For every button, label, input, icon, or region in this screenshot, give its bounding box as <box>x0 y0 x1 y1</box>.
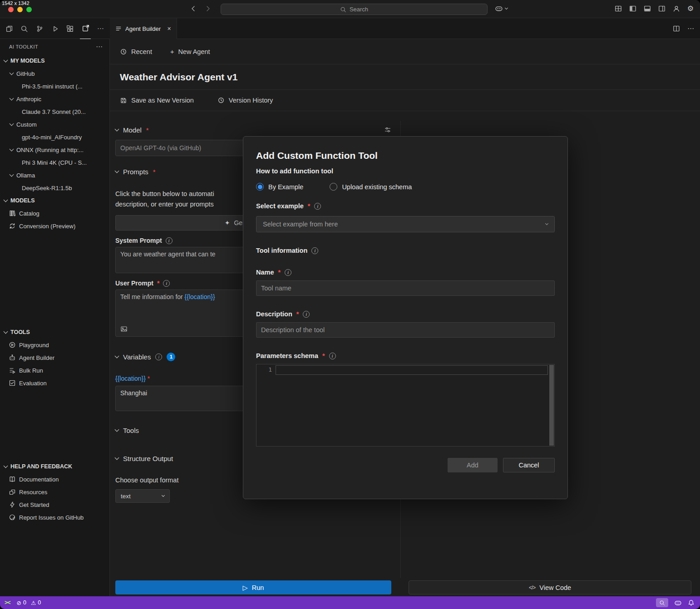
how-to-add-label: How to add function tool <box>256 167 555 175</box>
version-history-button[interactable]: Version History <box>217 97 273 104</box>
copilot-menu-button[interactable] <box>495 5 508 13</box>
attach-image-icon[interactable] <box>120 325 128 333</box>
tree-item-model[interactable]: DeepSeek-R1:1.5b <box>0 182 109 194</box>
sidebar-item-resources[interactable]: Resources <box>0 486 109 498</box>
info-icon[interactable] <box>329 353 336 359</box>
remote-indicator-icon[interactable]: >< <box>5 599 10 606</box>
section-models[interactable]: MODELS <box>0 194 109 207</box>
model-section-header[interactable]: Model * <box>115 123 391 136</box>
info-icon[interactable] <box>166 237 173 244</box>
webview-icon <box>115 25 122 32</box>
github-icon <box>9 514 16 521</box>
sidebar-item-documentation[interactable]: Documentation <box>0 473 109 486</box>
name-label: Name * <box>256 269 555 276</box>
view-code-button[interactable]: </> View Code <box>409 580 691 594</box>
radio-by-example[interactable]: By Example <box>256 183 303 191</box>
minimize-window-button[interactable] <box>17 7 23 12</box>
tree-item-model[interactable]: gpt-4o-mini_AIFoundry <box>0 131 109 143</box>
info-icon[interactable] <box>155 354 162 360</box>
tool-description-input[interactable] <box>256 322 555 338</box>
tree-group-anthropic[interactable]: Anthropic <box>0 93 109 105</box>
cancel-button[interactable]: Cancel <box>503 458 555 472</box>
source-control-icon[interactable] <box>34 19 45 39</box>
forward-arrow-icon[interactable] <box>204 5 212 12</box>
section-help-and-feedback[interactable]: HELP AND FEEDBACK <box>0 460 109 473</box>
tab-agent-builder[interactable]: Agent Builder ✕ <box>110 18 177 39</box>
notifications-bell-icon[interactable] <box>688 599 695 606</box>
tree-group-ollama[interactable]: Ollama <box>0 169 109 182</box>
sidebar-item-conversion[interactable]: Conversion (Preview) <box>0 220 109 232</box>
toggle-secondary-sidebar-icon[interactable] <box>658 5 665 12</box>
copilot-status-icon[interactable] <box>674 599 682 607</box>
sidebar-item-get-started[interactable]: Get Started <box>0 498 109 511</box>
page-title: Weather Advisor Agent v1 <box>120 72 690 83</box>
problems-indicator[interactable]: ⊘0 ⚠0 <box>17 599 41 606</box>
zoom-window-button[interactable] <box>26 7 32 12</box>
tab-label: Agent Builder <box>125 25 161 32</box>
section-my-models[interactable]: MY MODELS <box>0 54 109 67</box>
radio-selected-icon <box>256 183 264 191</box>
zoom-indicator[interactable] <box>656 598 668 607</box>
section-tools[interactable]: TOOLS <box>0 326 109 339</box>
model-settings-icon[interactable] <box>384 126 391 133</box>
activity-more-icon[interactable]: ⋯ <box>95 19 106 39</box>
evaluation-icon <box>9 379 16 387</box>
tree-group-custom[interactable]: Custom <box>0 118 109 131</box>
parameters-schema-editor[interactable]: 1 <box>256 364 555 447</box>
sidebar-item-catalog[interactable]: Catalog <box>0 207 109 220</box>
playground-icon <box>9 341 16 349</box>
save-as-new-version-button[interactable]: Save as New Version <box>120 97 194 104</box>
toggle-primary-sidebar-icon[interactable] <box>629 5 636 12</box>
tree-item-model[interactable]: Claude 3.7 Sonnet (20... <box>0 105 109 118</box>
editor-more-icon[interactable]: ⋯ <box>687 25 695 33</box>
info-icon[interactable] <box>311 247 318 254</box>
info-icon[interactable] <box>303 311 310 318</box>
tree-group-github[interactable]: GitHub <box>0 67 109 80</box>
customize-layout-icon[interactable] <box>615 5 622 12</box>
back-arrow-icon[interactable] <box>190 5 197 12</box>
chevron-down-icon <box>505 6 508 9</box>
toggle-panel-icon[interactable] <box>644 5 651 12</box>
editor-scrollbar[interactable] <box>549 365 554 446</box>
account-icon[interactable] <box>673 5 680 12</box>
sidebar-item-report-issues[interactable]: Report Issues on GitHub <box>0 511 109 524</box>
radio-upload-schema[interactable]: Upload existing schema <box>330 183 412 191</box>
sidebar-item-bulk-run[interactable]: Bulk Run <box>0 364 109 377</box>
run-button[interactable]: ▷ Run <box>115 580 391 594</box>
ai-toolkit-icon[interactable] <box>80 19 91 39</box>
search-activity-icon[interactable] <box>19 19 30 39</box>
tree-item-model[interactable]: Phi-3.5-mini instruct (... <box>0 80 109 93</box>
search-input[interactable]: Search <box>221 4 488 15</box>
settings-gear-icon[interactable]: ⚙ <box>687 5 694 12</box>
recent-button[interactable]: Recent <box>120 48 152 55</box>
sidebar-more-icon[interactable]: ⋯ <box>96 43 103 51</box>
status-bar: >< ⊘0 ⚠0 <box>0 596 700 609</box>
tree-group-onnx[interactable]: ONNX (Running at http:... <box>0 143 109 156</box>
info-icon[interactable] <box>314 203 321 210</box>
extensions-icon[interactable] <box>64 19 76 39</box>
get-started-icon <box>9 501 16 508</box>
chevron-down-icon <box>10 70 14 75</box>
section-label: HELP AND FEEDBACK <box>10 463 72 470</box>
sidebar-item-agent-builder[interactable]: Agent Builder <box>0 351 109 364</box>
new-agent-button[interactable]: + New Agent <box>170 48 210 55</box>
split-editor-icon[interactable] <box>673 25 680 32</box>
close-tab-icon[interactable]: ✕ <box>167 26 171 32</box>
tool-name-input[interactable] <box>256 280 555 296</box>
tree-item-model[interactable]: Phi 3 Mini 4K (CPU - S... <box>0 156 109 169</box>
run-debug-icon[interactable] <box>49 19 61 39</box>
close-window-button[interactable] <box>8 7 14 12</box>
sidebar-item-playground[interactable]: Playground <box>0 339 109 351</box>
info-icon[interactable] <box>285 269 291 276</box>
add-button[interactable]: Add <box>448 458 498 472</box>
plus-icon: + <box>170 48 174 55</box>
section-label: MODELS <box>10 197 35 204</box>
info-icon[interactable] <box>163 280 170 287</box>
sparkle-icon: ✦ <box>225 219 230 226</box>
radio-unselected-icon <box>330 183 337 191</box>
sidebar-item-evaluation[interactable]: Evaluation <box>0 377 109 389</box>
explorer-icon[interactable] <box>4 19 15 39</box>
chevron-down-icon <box>4 329 8 334</box>
example-select[interactable]: Select example from here <box>256 216 555 232</box>
output-format-select[interactable]: text <box>115 489 170 503</box>
